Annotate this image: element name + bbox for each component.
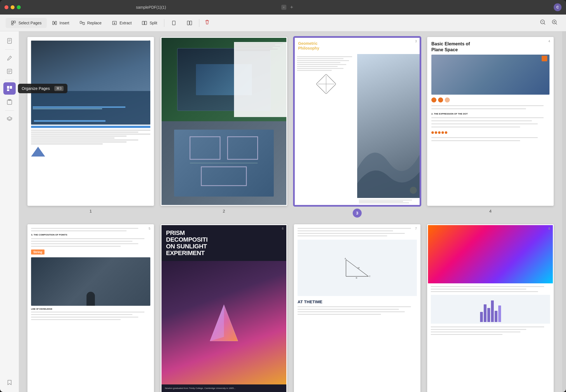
tooltip-label: Organize Pages — [22, 86, 50, 91]
close-traffic-light[interactable] — [4, 5, 8, 9]
page2-top — [162, 38, 286, 121]
page-cell-6: 6 PRISMDECOMPOSITION SUNLIGHTEXPERIMENT — [161, 224, 287, 392]
minimize-traffic-light[interactable] — [11, 5, 15, 9]
page6-header: PRISMDECOMPOSITION SUNLIGHTEXPERIMENT — [162, 225, 286, 261]
window-title: samplePDF(1)(1) — [24, 5, 279, 10]
main-layout: Organize Pages ⌘3 — [0, 31, 566, 392]
svg-text:A: A — [345, 257, 346, 260]
content-area[interactable]: 1 — [19, 31, 562, 392]
sidebar-btn-document[interactable] — [3, 35, 16, 47]
page-cell-1: 1 — [27, 37, 154, 218]
page-thumbnail-7[interactable]: 7 B — [294, 224, 420, 392]
page-thumbnail-6[interactable]: 6 PRISMDECOMPOSITION SUNLIGHTEXPERIMENT — [161, 224, 287, 392]
page-view-single-icon — [171, 20, 177, 26]
svg-text:C: C — [369, 275, 371, 277]
svg-line-19 — [544, 24, 545, 25]
svg-rect-24 — [8, 38, 11, 43]
svg-rect-38 — [228, 137, 258, 160]
page-corner-num-5: 5 — [149, 227, 150, 230]
page4-title: Basic Elements ofPlane Space — [431, 41, 549, 53]
title-bar: samplePDF(1)(1) × + C — [0, 0, 566, 15]
replace-icon — [79, 20, 85, 26]
page7-content: B A C M AT THETIME — [295, 225, 420, 392]
svg-rect-39 — [201, 167, 246, 186]
sidebar-btn-bookmark[interactable] — [3, 376, 16, 389]
page-view-single-button[interactable] — [166, 18, 182, 28]
svg-rect-11 — [142, 21, 144, 25]
page-cell-4: 4 Basic Elements ofPlane Space — [427, 37, 554, 218]
text-line — [31, 130, 150, 131]
page-thumbnail-5[interactable]: 5 3. THE COMPOSITION OF POINTS String — [27, 224, 154, 392]
page-number-badge-3: 3 — [353, 209, 362, 218]
page-thumbnail-8[interactable]: 8 — [427, 224, 554, 392]
organize-tooltip-container: Organize Pages ⌘3 — [3, 82, 16, 95]
text-line — [31, 137, 114, 139]
page4-content: Basic Elements ofPlane Space — [428, 38, 553, 205]
zoom-out-button[interactable] — [537, 17, 549, 29]
trash-button[interactable] — [201, 17, 213, 29]
extract-button[interactable]: Extract — [107, 18, 137, 28]
page-thumbnail-2[interactable]: 2 — [161, 37, 287, 206]
sidebar-separator-3 — [5, 110, 14, 111]
page6-title: PRISMDECOMPOSITION SUNLIGHTEXPERIMENT — [166, 230, 282, 257]
svg-rect-7 — [80, 21, 82, 24]
page2-content — [162, 38, 286, 205]
page-number-1: 1 — [90, 209, 92, 213]
toolbar-divider-2 — [199, 19, 199, 27]
active-indicator — [12, 84, 14, 86]
page-corner-num-8: 8 — [548, 227, 550, 230]
page1-image — [31, 41, 150, 125]
page-corner-num-4: 4 — [548, 39, 550, 43]
split-button[interactable]: Split — [137, 18, 162, 28]
page-view-double-button[interactable] — [182, 18, 197, 28]
main-window: samplePDF(1)(1) × + C Select Pages — [0, 0, 566, 392]
page5-image — [31, 257, 150, 306]
page3-left — [295, 54, 357, 205]
page-cell-2: 2 — [161, 37, 287, 218]
page-thumbnail-3[interactable]: 3 Geometric Philosophy — [294, 37, 420, 206]
extract-label: Extract — [120, 21, 132, 25]
text-line — [31, 132, 138, 133]
page-view-double-icon — [187, 20, 192, 26]
zoom-in-button[interactable] — [549, 17, 560, 29]
svg-rect-8 — [83, 22, 85, 25]
page-number-4: 4 — [489, 209, 492, 213]
page3-title: Geometric Philosophy — [298, 41, 416, 51]
svg-line-23 — [556, 24, 557, 25]
sidebar-btn-edit[interactable] — [3, 52, 16, 64]
replace-label: Replace — [87, 21, 102, 25]
page1-text-lines — [31, 130, 150, 144]
svg-rect-33 — [10, 86, 12, 89]
page-cell-5: 5 3. THE COMPOSITION OF POINTS String — [27, 224, 154, 392]
select-pages-label: Select Pages — [18, 21, 42, 25]
select-pages-button[interactable]: Select Pages — [6, 18, 47, 28]
page8-image — [428, 225, 553, 284]
tab-close-button[interactable]: × — [281, 5, 286, 10]
page-thumbnail-1[interactable]: 1 — [27, 37, 154, 206]
page-cell-8: 8 — [427, 224, 554, 392]
tooltip-shortcut: ⌘3 — [54, 86, 64, 91]
page-cell-7: 7 B — [294, 224, 420, 392]
sidebar-btn-organize[interactable] — [3, 82, 16, 95]
sidebar-btn-clipboard[interactable] — [3, 96, 16, 108]
page3-content: Geometric Philosophy — [295, 38, 420, 205]
select-pages-icon — [11, 20, 16, 26]
page8-body — [428, 283, 553, 392]
split-icon — [142, 20, 147, 26]
page3-body — [295, 54, 420, 205]
text-line — [31, 141, 127, 143]
replace-button[interactable]: Replace — [74, 18, 107, 28]
sidebar-separator-2 — [5, 80, 14, 80]
svg-rect-37 — [190, 137, 220, 160]
page-grid: 1 — [27, 37, 554, 392]
new-tab-button[interactable]: + — [290, 4, 293, 10]
page2-bottom-image — [162, 121, 286, 205]
insert-button[interactable]: Insert — [47, 18, 74, 28]
maximize-traffic-light[interactable] — [17, 5, 21, 9]
sidebar-separator-1 — [5, 49, 14, 50]
page8-content — [428, 225, 553, 392]
page-thumbnail-4[interactable]: 4 Basic Elements ofPlane Space — [427, 37, 554, 206]
sidebar-btn-layers[interactable] — [3, 113, 16, 125]
sidebar-btn-notes[interactable] — [3, 65, 16, 78]
text-line — [31, 139, 138, 141]
